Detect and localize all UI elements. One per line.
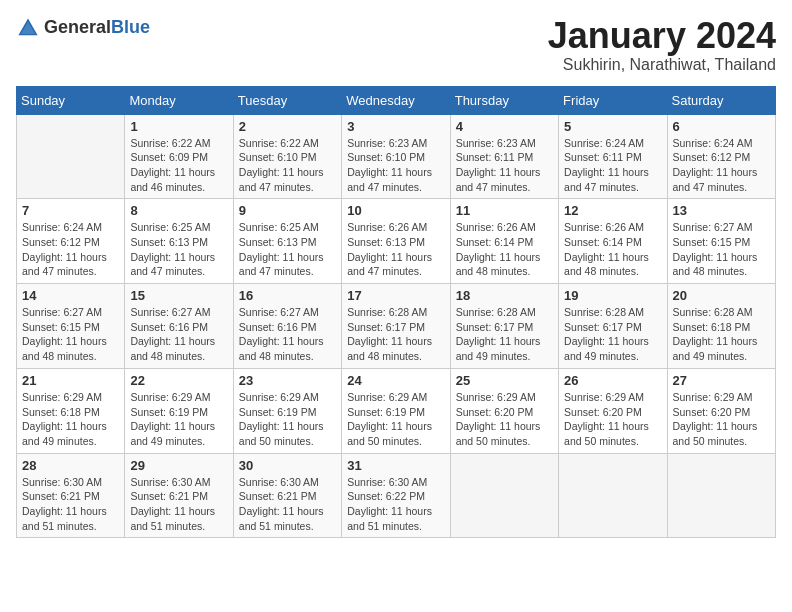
header-day: Monday <box>125 86 233 114</box>
calendar-cell: 1Sunrise: 6:22 AM Sunset: 6:09 PM Daylig… <box>125 114 233 199</box>
calendar-cell: 17Sunrise: 6:28 AM Sunset: 6:17 PM Dayli… <box>342 284 450 369</box>
day-detail: Sunrise: 6:29 AM Sunset: 6:20 PM Dayligh… <box>564 390 661 449</box>
day-number: 23 <box>239 373 336 388</box>
calendar-cell: 14Sunrise: 6:27 AM Sunset: 6:15 PM Dayli… <box>17 284 125 369</box>
day-detail: Sunrise: 6:29 AM Sunset: 6:20 PM Dayligh… <box>673 390 770 449</box>
calendar-cell <box>17 114 125 199</box>
day-detail: Sunrise: 6:24 AM Sunset: 6:12 PM Dayligh… <box>22 220 119 279</box>
day-number: 15 <box>130 288 227 303</box>
calendar-cell: 19Sunrise: 6:28 AM Sunset: 6:17 PM Dayli… <box>559 284 667 369</box>
day-number: 17 <box>347 288 444 303</box>
header-day: Tuesday <box>233 86 341 114</box>
day-detail: Sunrise: 6:29 AM Sunset: 6:19 PM Dayligh… <box>347 390 444 449</box>
calendar-cell: 28Sunrise: 6:30 AM Sunset: 6:21 PM Dayli… <box>17 453 125 538</box>
header-day: Wednesday <box>342 86 450 114</box>
day-detail: Sunrise: 6:23 AM Sunset: 6:10 PM Dayligh… <box>347 136 444 195</box>
calendar-cell: 20Sunrise: 6:28 AM Sunset: 6:18 PM Dayli… <box>667 284 775 369</box>
calendar-cell: 24Sunrise: 6:29 AM Sunset: 6:19 PM Dayli… <box>342 368 450 453</box>
day-number: 28 <box>22 458 119 473</box>
logo: GeneralBlue <box>16 16 150 40</box>
day-number: 27 <box>673 373 770 388</box>
calendar-cell: 10Sunrise: 6:26 AM Sunset: 6:13 PM Dayli… <box>342 199 450 284</box>
day-detail: Sunrise: 6:24 AM Sunset: 6:11 PM Dayligh… <box>564 136 661 195</box>
calendar-cell: 2Sunrise: 6:22 AM Sunset: 6:10 PM Daylig… <box>233 114 341 199</box>
day-number: 2 <box>239 119 336 134</box>
calendar-cell: 21Sunrise: 6:29 AM Sunset: 6:18 PM Dayli… <box>17 368 125 453</box>
calendar-cell: 30Sunrise: 6:30 AM Sunset: 6:21 PM Dayli… <box>233 453 341 538</box>
calendar-table: SundayMondayTuesdayWednesdayThursdayFrid… <box>16 86 776 539</box>
calendar-week: 7Sunrise: 6:24 AM Sunset: 6:12 PM Daylig… <box>17 199 776 284</box>
logo-icon <box>16 16 40 40</box>
day-detail: Sunrise: 6:22 AM Sunset: 6:09 PM Dayligh… <box>130 136 227 195</box>
day-detail: Sunrise: 6:30 AM Sunset: 6:21 PM Dayligh… <box>22 475 119 534</box>
calendar-cell: 29Sunrise: 6:30 AM Sunset: 6:21 PM Dayli… <box>125 453 233 538</box>
day-number: 30 <box>239 458 336 473</box>
day-detail: Sunrise: 6:23 AM Sunset: 6:11 PM Dayligh… <box>456 136 553 195</box>
calendar-cell: 3Sunrise: 6:23 AM Sunset: 6:10 PM Daylig… <box>342 114 450 199</box>
calendar-week: 21Sunrise: 6:29 AM Sunset: 6:18 PM Dayli… <box>17 368 776 453</box>
day-number: 7 <box>22 203 119 218</box>
header: GeneralBlue January 2024 Sukhirin, Narat… <box>16 16 776 74</box>
calendar-cell: 9Sunrise: 6:25 AM Sunset: 6:13 PM Daylig… <box>233 199 341 284</box>
logo-blue: Blue <box>111 17 150 37</box>
day-detail: Sunrise: 6:29 AM Sunset: 6:19 PM Dayligh… <box>130 390 227 449</box>
calendar-cell: 25Sunrise: 6:29 AM Sunset: 6:20 PM Dayli… <box>450 368 558 453</box>
calendar-cell: 6Sunrise: 6:24 AM Sunset: 6:12 PM Daylig… <box>667 114 775 199</box>
day-detail: Sunrise: 6:30 AM Sunset: 6:21 PM Dayligh… <box>239 475 336 534</box>
day-number: 13 <box>673 203 770 218</box>
day-detail: Sunrise: 6:29 AM Sunset: 6:20 PM Dayligh… <box>456 390 553 449</box>
calendar-cell <box>450 453 558 538</box>
calendar-cell: 26Sunrise: 6:29 AM Sunset: 6:20 PM Dayli… <box>559 368 667 453</box>
calendar-cell: 27Sunrise: 6:29 AM Sunset: 6:20 PM Dayli… <box>667 368 775 453</box>
calendar-title: January 2024 <box>548 16 776 56</box>
day-number: 12 <box>564 203 661 218</box>
day-number: 10 <box>347 203 444 218</box>
title-area: January 2024 Sukhirin, Narathiwat, Thail… <box>548 16 776 74</box>
calendar-cell: 4Sunrise: 6:23 AM Sunset: 6:11 PM Daylig… <box>450 114 558 199</box>
day-detail: Sunrise: 6:25 AM Sunset: 6:13 PM Dayligh… <box>130 220 227 279</box>
calendar-week: 14Sunrise: 6:27 AM Sunset: 6:15 PM Dayli… <box>17 284 776 369</box>
header-day: Thursday <box>450 86 558 114</box>
day-number: 9 <box>239 203 336 218</box>
day-number: 3 <box>347 119 444 134</box>
day-detail: Sunrise: 6:27 AM Sunset: 6:15 PM Dayligh… <box>22 305 119 364</box>
day-number: 31 <box>347 458 444 473</box>
day-number: 24 <box>347 373 444 388</box>
day-detail: Sunrise: 6:26 AM Sunset: 6:14 PM Dayligh… <box>564 220 661 279</box>
day-number: 18 <box>456 288 553 303</box>
calendar-week: 28Sunrise: 6:30 AM Sunset: 6:21 PM Dayli… <box>17 453 776 538</box>
day-detail: Sunrise: 6:30 AM Sunset: 6:21 PM Dayligh… <box>130 475 227 534</box>
day-detail: Sunrise: 6:25 AM Sunset: 6:13 PM Dayligh… <box>239 220 336 279</box>
day-detail: Sunrise: 6:28 AM Sunset: 6:17 PM Dayligh… <box>347 305 444 364</box>
calendar-cell: 23Sunrise: 6:29 AM Sunset: 6:19 PM Dayli… <box>233 368 341 453</box>
day-number: 6 <box>673 119 770 134</box>
calendar-cell: 7Sunrise: 6:24 AM Sunset: 6:12 PM Daylig… <box>17 199 125 284</box>
day-detail: Sunrise: 6:27 AM Sunset: 6:16 PM Dayligh… <box>239 305 336 364</box>
day-detail: Sunrise: 6:26 AM Sunset: 6:14 PM Dayligh… <box>456 220 553 279</box>
calendar-body: 1Sunrise: 6:22 AM Sunset: 6:09 PM Daylig… <box>17 114 776 538</box>
day-detail: Sunrise: 6:26 AM Sunset: 6:13 PM Dayligh… <box>347 220 444 279</box>
calendar-cell: 31Sunrise: 6:30 AM Sunset: 6:22 PM Dayli… <box>342 453 450 538</box>
calendar-subtitle: Sukhirin, Narathiwat, Thailand <box>548 56 776 74</box>
calendar-header: SundayMondayTuesdayWednesdayThursdayFrid… <box>17 86 776 114</box>
day-detail: Sunrise: 6:30 AM Sunset: 6:22 PM Dayligh… <box>347 475 444 534</box>
day-number: 5 <box>564 119 661 134</box>
day-number: 25 <box>456 373 553 388</box>
day-detail: Sunrise: 6:22 AM Sunset: 6:10 PM Dayligh… <box>239 136 336 195</box>
day-number: 21 <box>22 373 119 388</box>
day-detail: Sunrise: 6:29 AM Sunset: 6:18 PM Dayligh… <box>22 390 119 449</box>
calendar-cell: 16Sunrise: 6:27 AM Sunset: 6:16 PM Dayli… <box>233 284 341 369</box>
day-number: 11 <box>456 203 553 218</box>
calendar-cell <box>559 453 667 538</box>
day-detail: Sunrise: 6:28 AM Sunset: 6:17 PM Dayligh… <box>564 305 661 364</box>
day-number: 1 <box>130 119 227 134</box>
header-day: Saturday <box>667 86 775 114</box>
logo-general: General <box>44 17 111 37</box>
calendar-week: 1Sunrise: 6:22 AM Sunset: 6:09 PM Daylig… <box>17 114 776 199</box>
day-number: 4 <box>456 119 553 134</box>
calendar-cell <box>667 453 775 538</box>
day-detail: Sunrise: 6:27 AM Sunset: 6:16 PM Dayligh… <box>130 305 227 364</box>
logo-text: GeneralBlue <box>44 18 150 38</box>
header-day: Friday <box>559 86 667 114</box>
header-day: Sunday <box>17 86 125 114</box>
